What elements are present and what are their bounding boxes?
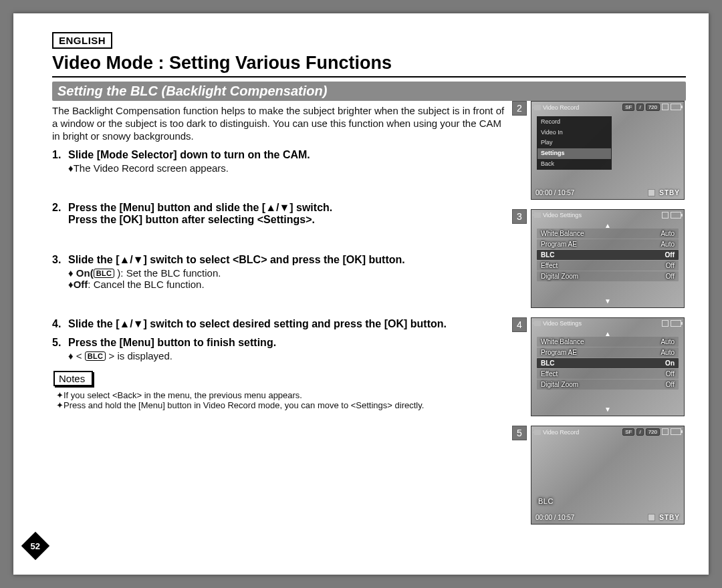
settings-row[interactable]: EffectOff xyxy=(537,261,679,271)
step-4: 4. Slide the [▲/▼] switch to select desi… xyxy=(52,318,508,330)
cap-slash: / xyxy=(636,104,643,111)
step-sub: The Video Record screen appears. xyxy=(68,162,508,174)
popup-menu: Record Video In Play Settings Back xyxy=(537,116,612,170)
step-heading-line2: Press the [OK] button after selecting <S… xyxy=(68,214,315,225)
step-sub-on: On(BLC ): Set the BLC function. xyxy=(68,267,508,279)
step-sub: < BLC > is displayed. xyxy=(68,350,508,361)
intro-paragraph: The Backlight Compensation function help… xyxy=(52,105,508,142)
stop-icon xyxy=(648,189,655,196)
step-heading: Slide the [▲/▼] switch to select desired… xyxy=(68,318,447,330)
battery-icon xyxy=(671,212,681,218)
settings-row[interactable]: White BalanceAuto xyxy=(537,229,679,239)
card-icon xyxy=(662,104,669,110)
step-number: 3. xyxy=(52,254,68,266)
screenshots-column: 2 Video Record SF / 720 xyxy=(512,101,686,534)
step-3: 3. Slide the [▲/▼] switch to select <BLC… xyxy=(52,254,508,290)
step-sub-off: Off: Cancel the BLC function. xyxy=(68,279,508,290)
down-arrow-icon: ▼ xyxy=(604,406,611,413)
note-item: Press and hold the [Menu] button in Vide… xyxy=(56,400,508,410)
battery-icon xyxy=(671,320,681,327)
screenshot-number: 5 xyxy=(512,426,527,440)
step-5: 5. Press the [Menu] button to finish set… xyxy=(52,337,508,361)
step-number: 5. xyxy=(52,337,68,349)
screenshot-number: 2 xyxy=(512,101,527,116)
lcd-time: 00:00 / 10:57 xyxy=(535,514,574,521)
step-1: 1. Slide [Mode Selector] down to turn on… xyxy=(52,149,508,174)
lcd-title: Video Record xyxy=(543,429,579,436)
settings-row[interactable]: Digital ZoomOff xyxy=(537,271,679,281)
settings-row[interactable]: EffectOff xyxy=(537,369,679,379)
settings-list: White BalanceAutoProgram AEAutoBLCOnEffe… xyxy=(537,337,679,390)
settings-list: White BalanceAutoProgram AEAutoBLCOffEff… xyxy=(537,229,679,282)
lcd-time: 00:00 / 10:57 xyxy=(535,189,574,196)
cap-720: 720 xyxy=(646,428,660,436)
blc-badge-icon: BLC xyxy=(94,269,115,278)
step-heading-line1: Press the [Menu] button and slide the [▲… xyxy=(68,202,332,213)
blc-badge-icon: BLC xyxy=(85,351,106,361)
camera-icon xyxy=(534,105,541,110)
notes-label: Notes xyxy=(53,371,93,386)
lcd-status: STBY xyxy=(659,514,680,521)
menu-item[interactable]: Play xyxy=(537,138,611,148)
settings-row[interactable]: Digital ZoomOff xyxy=(537,380,679,390)
screenshot-number: 3 xyxy=(512,209,527,224)
settings-row[interactable]: White BalanceAuto xyxy=(537,337,679,347)
screenshot-5: 5 Video Record SF / 720 xyxy=(512,426,686,525)
step-2: 2. Press the [Menu] button and slide the… xyxy=(52,202,508,226)
title-rule xyxy=(52,76,686,78)
lcd-title: Video Settings xyxy=(543,212,582,218)
menu-item-selected[interactable]: Settings xyxy=(537,148,611,159)
card-icon xyxy=(662,212,669,218)
lcd-title: Video Record xyxy=(543,104,579,111)
language-badge: ENGLISH xyxy=(52,32,112,49)
step-heading: Slide [Mode Selector] down to turn on th… xyxy=(68,149,310,161)
menu-item[interactable]: Back xyxy=(537,159,611,170)
screenshot-2: 2 Video Record SF / 720 xyxy=(512,101,686,200)
stop-icon xyxy=(648,514,655,521)
steps-list: 1. Slide [Mode Selector] down to turn on… xyxy=(52,149,508,361)
notes-list: If you select <Back> in the menu, the pr… xyxy=(56,390,508,410)
card-icon xyxy=(662,428,669,435)
section-subtitle: Setting the BLC (Backlight Compensation) xyxy=(52,82,686,101)
lcd-title: Video Settings xyxy=(543,320,582,327)
page-number-badge: 52 xyxy=(21,532,49,560)
lcd-status: STBY xyxy=(659,189,680,196)
battery-icon xyxy=(671,104,681,110)
camera-icon xyxy=(534,212,541,218)
note-item: If you select <Back> in the menu, the pr… xyxy=(56,390,508,400)
camera-icon xyxy=(534,430,541,435)
cap-slash: / xyxy=(636,428,643,436)
settings-row[interactable]: Program AEAuto xyxy=(537,347,679,357)
screenshot-3: 3 Video Settings ▲ White BalanceAutoProg… xyxy=(512,209,686,308)
page-title: Video Mode : Setting Various Functions xyxy=(52,53,686,74)
cap-sf: SF xyxy=(622,428,634,436)
blc-overlay-label: BLC xyxy=(538,497,554,505)
step-number: 2. xyxy=(52,202,68,226)
step-number: 4. xyxy=(52,318,68,330)
menu-item[interactable]: Record xyxy=(537,117,611,128)
card-icon xyxy=(662,320,669,327)
settings-row[interactable]: BLCOn xyxy=(537,358,679,368)
screenshot-4: 4 Video Settings ▲ White BalanceAutoProg… xyxy=(512,317,686,416)
cap-720: 720 xyxy=(646,104,660,111)
battery-icon xyxy=(671,428,681,435)
camera-icon xyxy=(534,321,541,326)
screenshot-number: 4 xyxy=(512,317,527,332)
manual-page: ENGLISH Video Mode : Setting Various Fun… xyxy=(13,13,709,575)
step-heading: Press the [Menu] button to finish settin… xyxy=(68,337,276,349)
step-heading: Slide the [▲/▼] switch to select <BLC> a… xyxy=(68,254,405,266)
menu-item[interactable]: Video In xyxy=(537,128,611,138)
settings-row[interactable]: Program AEAuto xyxy=(537,239,679,249)
step-number: 1. xyxy=(52,149,68,161)
down-arrow-icon: ▼ xyxy=(604,297,611,305)
settings-row[interactable]: BLCOff xyxy=(537,250,679,260)
cap-sf: SF xyxy=(622,104,634,111)
